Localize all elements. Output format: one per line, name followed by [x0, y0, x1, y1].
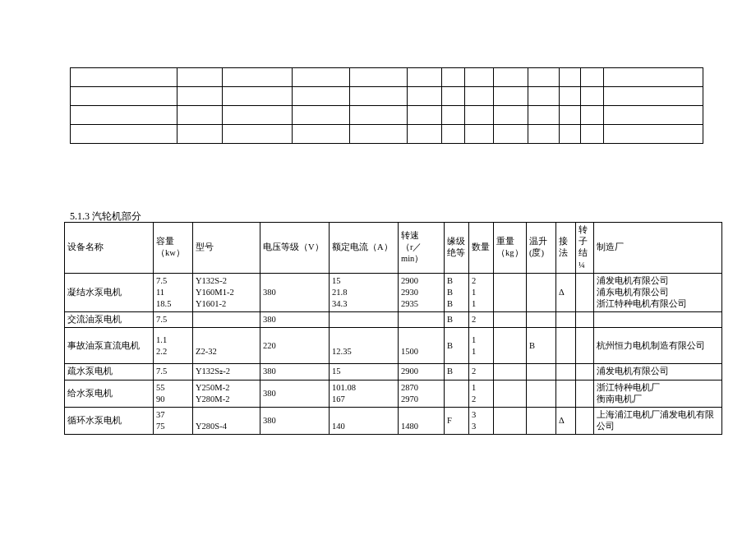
cell-insulation: B: [445, 312, 469, 328]
cell-weight: [494, 312, 527, 328]
col-voltage: 电压等级（V）: [260, 223, 330, 274]
cell-voltage: 380: [260, 380, 330, 407]
cell-current: 15: [330, 364, 399, 380]
cell-rotor: [576, 328, 594, 364]
cell-insulation: B: [445, 364, 469, 380]
cell-mfr: 浦发电机有限公司 浦东电机有限公司 浙江特种电机有限公司: [594, 273, 722, 312]
cell-insulation: [445, 380, 469, 407]
cell-speed: 2900 2930 2935: [399, 273, 445, 312]
cell-model: Y132S-2 Y160M1-2 Y1601-2: [193, 273, 260, 312]
cell-mfr: 浙江特种电机厂 衡南电机厂: [594, 380, 722, 407]
col-current: 额定电流（A）: [330, 223, 399, 274]
col-rotor: 转子结¼: [576, 223, 594, 274]
cell-mfr: 上海浦江电机厂浦发电机有限公司: [594, 407, 722, 434]
cell-current: 140: [330, 407, 399, 434]
table-row: 事故油泵直流电机 1.1 2.2 Z2-32 220 12.35 1500 B …: [65, 328, 722, 364]
col-speed: 转速 （r／min）: [399, 223, 445, 274]
table-row: 凝结水泵电机 7.5 11 18.5 Y132S-2 Y160M1-2 Y160…: [65, 273, 722, 312]
cell-current: 101.08 167: [330, 380, 399, 407]
col-weight: 重量 （kg）: [494, 223, 527, 274]
cell-insulation: F: [445, 407, 469, 434]
cell-weight: [494, 364, 527, 380]
cell-mfr: 浦发电机有限公司: [594, 364, 722, 380]
cell-rotor: [576, 312, 594, 328]
cell-weight: [494, 328, 527, 364]
cell-current: [330, 312, 399, 328]
col-model: 型号: [193, 223, 260, 274]
cell-temp: B: [527, 328, 556, 364]
cell-wiring: [556, 312, 576, 328]
cell-temp: [527, 380, 556, 407]
cell-quantity: 2: [469, 364, 494, 380]
table-row: 疏水泵电机 7.5 Y132S₂-2 380 15 2900 B 2 浦发电机有…: [65, 364, 722, 380]
cell-capacity: 7.5 11 18.5: [154, 273, 193, 312]
cell-wiring: [556, 364, 576, 380]
col-wiring: 接法: [556, 223, 576, 274]
table-row: 交流油泵电机 7.5 380 B 2: [65, 312, 722, 328]
cell-quantity: 1 1: [469, 328, 494, 364]
turbine-motor-table: 设备名称 容量 （kw） 型号 电压等级（V） 额定电流（A） 转速 （r／mi…: [64, 222, 722, 435]
cell-quantity: 2 1 1: [469, 273, 494, 312]
cell-voltage: 380: [260, 273, 330, 312]
cell-rotor: [576, 380, 594, 407]
cell-name: 事故油泵直流电机: [65, 328, 154, 364]
cell-quantity: 1 2: [469, 380, 494, 407]
col-insulation: 缘级绝等: [445, 223, 469, 274]
cell-wiring: [556, 380, 576, 407]
cell-capacity: 1.1 2.2: [154, 328, 193, 364]
cell-name: 疏水泵电机: [65, 364, 154, 380]
cell-name: 交流油泵电机: [65, 312, 154, 328]
cell-weight: [494, 380, 527, 407]
cell-temp: [527, 407, 556, 434]
col-temp: 温升 (度): [527, 223, 556, 274]
cell-wiring: Δ: [556, 273, 576, 312]
cell-rotor: [576, 364, 594, 380]
table-row: 循环水泵电机 37 75 Y280S-4 380 140 1480 F 3 3 …: [65, 407, 722, 434]
cell-quantity: 2: [469, 312, 494, 328]
cell-speed: 2900: [399, 364, 445, 380]
cell-model: [193, 312, 260, 328]
cell-rotor: [576, 407, 594, 434]
cell-model: Y280S-4: [193, 407, 260, 434]
cell-voltage: 380: [260, 364, 330, 380]
top-empty-table: [70, 67, 703, 144]
cell-current: 15 21.8 34.3: [330, 273, 399, 312]
cell-rotor: [576, 273, 594, 312]
cell-mfr: [594, 312, 722, 328]
cell-voltage: 380: [260, 407, 330, 434]
cell-speed: [399, 312, 445, 328]
cell-speed: 1500: [399, 328, 445, 364]
cell-capacity: 7.5: [154, 364, 193, 380]
cell-temp: [527, 312, 556, 328]
cell-model: Z2-32: [193, 328, 260, 364]
cell-wiring: Δ: [556, 407, 576, 434]
header-row: 设备名称 容量 （kw） 型号 电压等级（V） 额定电流（A） 转速 （r／mi…: [65, 223, 722, 274]
col-mfr: 制造厂: [594, 223, 722, 274]
cell-quantity: 3 3: [469, 407, 494, 434]
cell-model: Y250M-2 Y280M-2: [193, 380, 260, 407]
table-row: 给水泵电机 55 90 Y250M-2 Y280M-2 380 101.08 1…: [65, 380, 722, 407]
cell-name: 循环水泵电机: [65, 407, 154, 434]
cell-capacity: 55 90: [154, 380, 193, 407]
cell-speed: 1480: [399, 407, 445, 434]
col-quantity: 数量: [469, 223, 494, 274]
cell-insulation: B B B: [445, 273, 469, 312]
cell-name: 给水泵电机: [65, 380, 154, 407]
cell-capacity: 37 75: [154, 407, 193, 434]
cell-name: 凝结水泵电机: [65, 273, 154, 312]
cell-temp: [527, 364, 556, 380]
cell-current: 12.35: [330, 328, 399, 364]
cell-mfr: 杭州恒力电机制造有限公司: [594, 328, 722, 364]
cell-weight: [494, 407, 527, 434]
cell-voltage: 220: [260, 328, 330, 364]
cell-voltage: 380: [260, 312, 330, 328]
cell-wiring: [556, 328, 576, 364]
cell-insulation: B: [445, 328, 469, 364]
cell-weight: [494, 273, 527, 312]
cell-temp: [527, 273, 556, 312]
cell-speed: 2870 2970: [399, 380, 445, 407]
col-capacity: 容量 （kw）: [154, 223, 193, 274]
cell-capacity: 7.5: [154, 312, 193, 328]
cell-model: Y132S₂-2: [193, 364, 260, 380]
col-name: 设备名称: [65, 223, 154, 274]
